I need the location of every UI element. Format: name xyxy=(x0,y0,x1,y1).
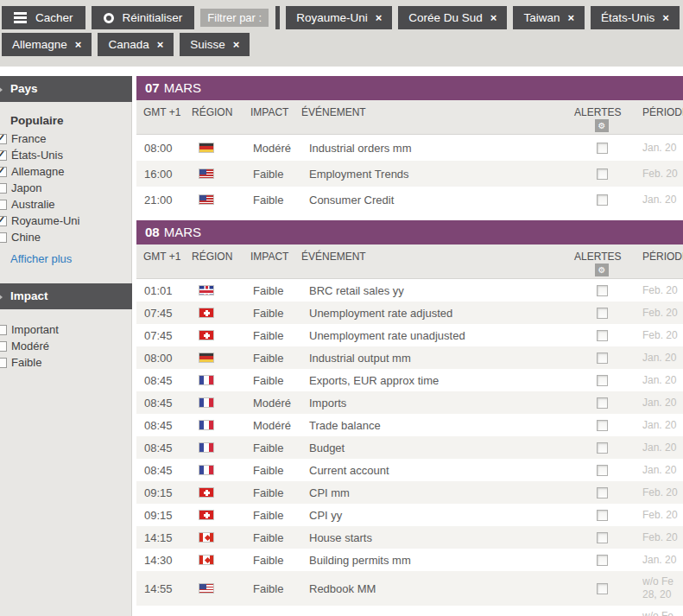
remove-filter-icon[interactable]: × xyxy=(376,12,383,23)
alert-checkbox[interactable] xyxy=(597,285,608,296)
alert-checkbox[interactable] xyxy=(597,352,608,364)
alert-checkbox[interactable] xyxy=(597,420,608,431)
checkbox[interactable] xyxy=(0,134,7,144)
filter-chip[interactable]: Corée Du Sud × xyxy=(398,6,507,29)
event-period: w/o Fe 28, 20 xyxy=(642,571,683,606)
event-name[interactable]: Trade balance xyxy=(309,414,381,436)
show-more-link[interactable]: Afficher plus xyxy=(10,252,72,265)
region-cell xyxy=(199,549,214,571)
event-time: 14:55 xyxy=(144,571,173,606)
country-filter-option[interactable]: France xyxy=(0,130,132,147)
alert-checkbox[interactable] xyxy=(597,465,608,476)
event-name[interactable]: Current account xyxy=(309,459,389,481)
alert-checkbox[interactable] xyxy=(597,532,608,543)
hide-button-label: Cacher xyxy=(35,11,73,24)
alert-checkbox[interactable] xyxy=(597,143,608,154)
alert-cell xyxy=(597,324,608,346)
event-name[interactable]: Employment Trends xyxy=(309,161,409,187)
event-period: Feb. 20 xyxy=(642,481,683,504)
event-impact: Modéré xyxy=(253,391,291,414)
checkbox[interactable] xyxy=(0,167,7,177)
filter-chip[interactable]: Allemagne × xyxy=(2,33,92,56)
day-rows: 08:00 Modéré Industrial orders mm Jan. 2… xyxy=(136,135,683,213)
alert-checkbox[interactable] xyxy=(597,330,608,341)
region-cell xyxy=(199,481,214,504)
event-name[interactable]: BRC retail sales yy xyxy=(309,279,404,302)
filter-chip-label: Suisse xyxy=(190,38,225,51)
event-row: 08:45 Modéré Trade balance Jan. 20 xyxy=(136,414,683,436)
event-name[interactable]: CPI mm xyxy=(309,481,350,504)
alerts-settings-gear-icon[interactable]: ⚙ xyxy=(595,119,609,132)
filter-chip[interactable]: Taiwan × xyxy=(513,6,585,29)
event-name[interactable]: Budget xyxy=(309,436,345,459)
event-name[interactable]: Consumer Credit xyxy=(309,187,394,213)
event-name[interactable]: Building permits mm xyxy=(309,549,411,571)
alert-checkbox[interactable] xyxy=(597,308,608,319)
country-filter-option[interactable]: États-Unis xyxy=(0,147,132,163)
alerts-settings-gear-icon[interactable]: ⚙ xyxy=(595,264,609,276)
checkbox[interactable] xyxy=(0,183,7,194)
alert-checkbox[interactable] xyxy=(597,510,608,521)
country-filter-option[interactable]: Royaume-Uni xyxy=(0,213,132,229)
remove-filter-icon[interactable]: × xyxy=(567,12,574,23)
remove-filter-icon[interactable]: × xyxy=(75,39,82,50)
country-filter-option[interactable]: Chine xyxy=(0,229,132,245)
event-name[interactable]: Industrial output mm xyxy=(309,346,411,369)
checkbox[interactable] xyxy=(0,358,7,368)
event-name[interactable]: Unemployment rate adjusted xyxy=(309,302,452,324)
col-time-label: GMT +1 xyxy=(143,251,180,263)
country-flag-icon xyxy=(199,420,214,430)
impact-filter-option[interactable]: Faible xyxy=(0,354,132,371)
country-flag-icon xyxy=(199,375,214,385)
impact-filter-option[interactable]: Important xyxy=(0,321,132,338)
event-name[interactable]: Exports, EUR approx time xyxy=(309,369,439,391)
event-name[interactable]: Industrial orders mm xyxy=(309,135,411,161)
checkbox[interactable] xyxy=(0,216,7,226)
region-cell xyxy=(199,369,214,391)
remove-filter-icon[interactable]: × xyxy=(662,12,669,23)
event-name[interactable]: Redbook YY xyxy=(309,606,372,616)
alert-checkbox[interactable] xyxy=(597,442,608,454)
reset-button[interactable]: Réinitialiser xyxy=(92,6,195,29)
country-filter-option[interactable]: Japon xyxy=(0,180,132,196)
checkbox[interactable] xyxy=(0,325,7,335)
event-impact: Faible xyxy=(253,526,283,549)
checkbox[interactable] xyxy=(0,232,7,243)
remove-filter-icon[interactable]: × xyxy=(490,12,497,23)
country-filter-option[interactable]: Allemagne xyxy=(0,163,132,180)
event-name[interactable]: Unemployment rate unadjusted xyxy=(309,324,465,346)
alert-checkbox[interactable] xyxy=(597,194,608,206)
country-flag-icon xyxy=(199,555,214,565)
remove-filter-icon[interactable]: × xyxy=(157,39,164,50)
event-name[interactable]: Redbook MM xyxy=(309,571,376,606)
filter-chip[interactable]: Canada × xyxy=(98,33,174,56)
alert-checkbox[interactable] xyxy=(597,555,608,566)
alert-checkbox[interactable] xyxy=(597,397,608,409)
sidebar-section-pays[interactable]: Pays xyxy=(0,76,132,102)
region-cell xyxy=(199,391,214,414)
impact-filter-option[interactable]: Modéré xyxy=(0,338,132,354)
event-name[interactable]: House starts xyxy=(309,526,372,549)
filter-chip[interactable]: Royaume-Uni × xyxy=(286,6,392,29)
period-line-1: Feb. 20 xyxy=(642,329,678,342)
alert-checkbox[interactable] xyxy=(597,168,608,180)
calendar-day-section: 08MARS GMT +1 RÉGION IMPACT ÉVÉNEMENT AL… xyxy=(136,220,683,616)
sidebar-section-impact[interactable]: Impact xyxy=(0,283,132,309)
country-flag-icon xyxy=(199,442,214,453)
checkbox[interactable] xyxy=(0,200,7,210)
filter-chip[interactable]: États-Unis × xyxy=(591,6,680,29)
country-filter-option[interactable]: Australie xyxy=(0,196,132,213)
event-time: 21:00 xyxy=(144,187,173,213)
region-cell xyxy=(199,302,214,324)
filter-chip[interactable]: Suisse × xyxy=(180,33,250,56)
remove-filter-icon[interactable]: × xyxy=(233,39,240,50)
event-period: Feb. 20 xyxy=(642,324,683,346)
event-name[interactable]: CPI yy xyxy=(309,504,342,526)
alert-checkbox[interactable] xyxy=(597,583,608,594)
hide-button[interactable]: Cacher xyxy=(2,6,85,29)
alert-checkbox[interactable] xyxy=(597,487,608,499)
alert-checkbox[interactable] xyxy=(597,375,608,386)
checkbox[interactable] xyxy=(0,341,7,352)
event-name[interactable]: Imports xyxy=(309,391,346,414)
checkbox[interactable] xyxy=(0,150,7,161)
